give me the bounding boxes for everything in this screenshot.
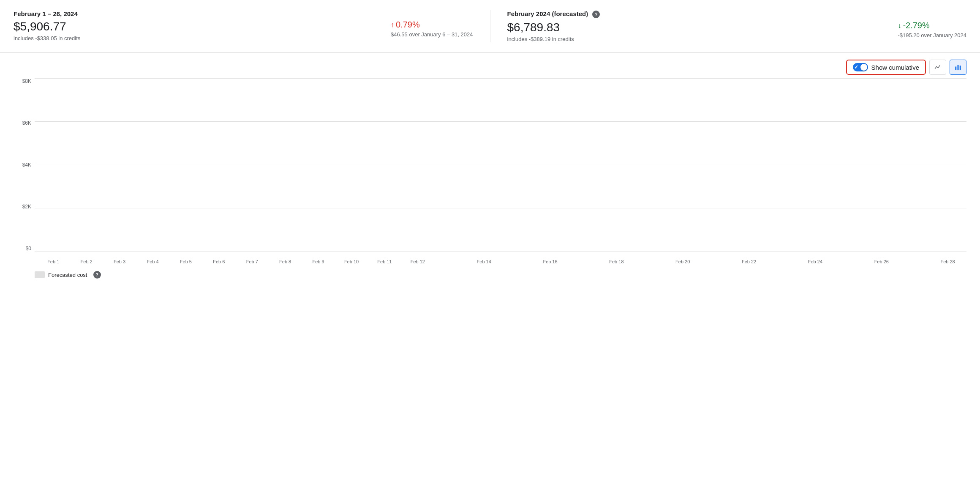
y-axis-label: $0: [14, 246, 35, 251]
card2-pct-sub: -$195.20 over January 2024: [898, 32, 966, 38]
x-axis-label: Feb 20: [667, 259, 698, 264]
svg-rect-2: [960, 66, 961, 70]
svg-rect-0: [955, 67, 956, 70]
card1-pct-value: 0.79%: [396, 20, 420, 30]
card-current: February 1 – 26, 2024 $5,906.77 includes…: [14, 10, 490, 42]
x-axis-label: Feb 4: [137, 259, 168, 264]
bar-chart-button[interactable]: [950, 60, 966, 75]
x-axis: Feb 1Feb 2Feb 3Feb 4Feb 5Feb 6Feb 7Feb 8…: [35, 251, 966, 264]
show-cumulative-button[interactable]: Show cumulative: [846, 60, 926, 75]
card2-pct-value: -2.79%: [903, 21, 929, 30]
card2-amount: $6,789.83: [507, 21, 871, 34]
show-cumulative-label: Show cumulative: [871, 64, 919, 71]
x-axis-label: Feb 16: [535, 259, 565, 264]
card1-pct-sub: $46.55 over January 6 – 31, 2024: [391, 31, 473, 38]
x-axis-label: Feb 22: [734, 259, 764, 264]
card2-date-text: February 2024 (forecasted): [507, 10, 588, 17]
top-cards: February 1 – 26, 2024 $5,906.77 includes…: [0, 0, 980, 53]
x-axis-label: Feb 6: [204, 259, 234, 264]
help-icon-forecasted[interactable]: ?: [592, 11, 600, 18]
forecast-legend-label: Forecasted cost: [48, 272, 87, 278]
up-arrow-icon: ↑: [391, 21, 394, 29]
card1-date: February 1 – 26, 2024: [14, 10, 473, 17]
x-axis-label: Feb 8: [270, 259, 300, 264]
card2-pct: ↓ -2.79%: [898, 21, 966, 30]
chart-container: $0$2K$4K$6K$8K Feb 1Feb 2Feb 3Feb 4Feb 5…: [14, 78, 966, 264]
y-axis-label: $4K: [14, 162, 35, 168]
x-axis-label: Feb 28: [932, 259, 963, 264]
card1-pct: ↑ 0.79%: [391, 20, 473, 30]
card1-amount: $5,906.77: [14, 20, 364, 33]
help-icon-legend[interactable]: ?: [93, 271, 101, 279]
y-axis-label: $6K: [14, 120, 35, 126]
x-axis-label: Feb 24: [800, 259, 830, 264]
card-forecasted: February 2024 (forecasted) ? $6,789.83 i…: [490, 10, 967, 42]
x-axis-label: Feb 1: [38, 259, 68, 264]
y-axis-label: $8K: [14, 78, 35, 84]
toggle-switch[interactable]: [853, 63, 868, 71]
bars-container: [35, 78, 966, 251]
down-arrow-icon: ↓: [898, 22, 901, 30]
x-axis-label: Feb 11: [369, 259, 400, 264]
chart-area: [35, 78, 966, 251]
chart-toolbar: Show cumulative: [14, 60, 966, 75]
x-axis-label: Feb 12: [403, 259, 433, 264]
forecast-swatch: [35, 271, 45, 278]
x-axis-label: Feb 14: [468, 259, 499, 264]
card2-date: February 2024 (forecasted) ?: [507, 10, 967, 18]
svg-rect-1: [958, 65, 959, 70]
y-axis: $0$2K$4K$6K$8K: [14, 78, 35, 251]
x-axis-label: Feb 5: [171, 259, 201, 264]
card1-credits: includes -$338.05 in credits: [14, 35, 364, 41]
toggle-knob: [860, 64, 867, 71]
chart-section: Show cumulative $0$2K$4K$6K$8K Feb 1Feb …: [0, 53, 980, 282]
x-axis-label: Feb 7: [237, 259, 267, 264]
x-axis-label: Feb 3: [104, 259, 135, 264]
card2-credits: includes -$389.19 in credits: [507, 36, 871, 42]
x-axis-label: Feb 10: [336, 259, 367, 264]
legend: Forecasted cost ?: [14, 264, 966, 282]
line-chart-button[interactable]: [929, 60, 946, 75]
x-axis-label: Feb 26: [866, 259, 897, 264]
x-axis-label: Feb 9: [303, 259, 333, 264]
y-axis-label: $2K: [14, 204, 35, 210]
x-axis-label: Feb 18: [601, 259, 632, 264]
x-axis-label: Feb 2: [71, 259, 101, 264]
